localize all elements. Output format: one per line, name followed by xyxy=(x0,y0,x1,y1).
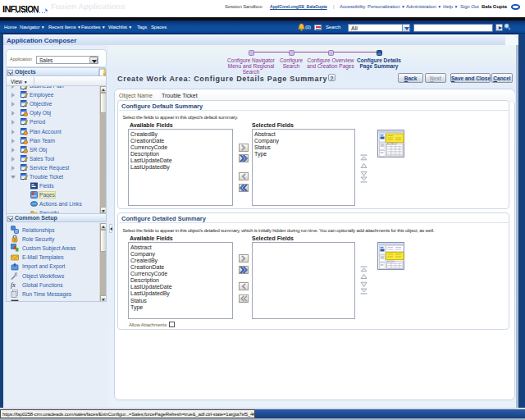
svg-text:fx: fx xyxy=(11,281,16,289)
